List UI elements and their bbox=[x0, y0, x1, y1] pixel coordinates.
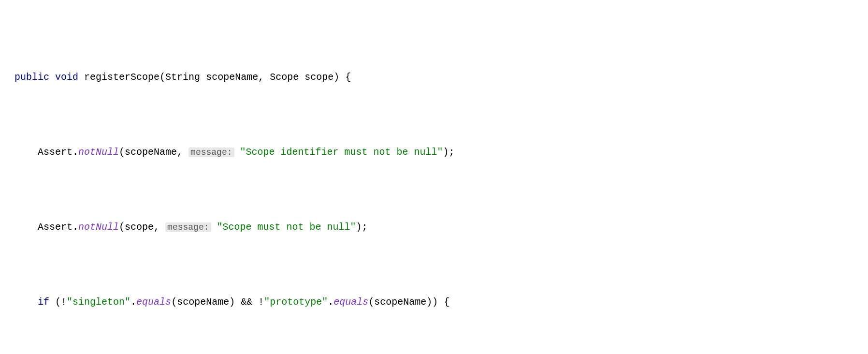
param-hint-2: message: bbox=[165, 222, 211, 232]
code-line-3: Assert.notNull(scope, message: "Scope mu… bbox=[14, 220, 854, 235]
code-line-2: Assert.notNull(scopeName, message: "Scop… bbox=[14, 145, 854, 160]
code-line-4: if (!"singleton".equals(scopeName) && !"… bbox=[14, 295, 854, 310]
code-block: public void registerScope(String scopeNa… bbox=[14, 10, 854, 354]
code-line-1: public void registerScope(String scopeNa… bbox=[14, 70, 854, 85]
param-hint-1: message: bbox=[188, 148, 234, 157]
